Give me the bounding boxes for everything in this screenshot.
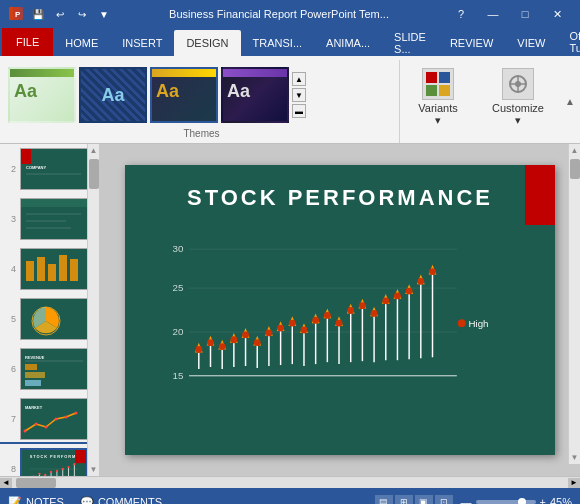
ribbon-content: Aa Aa Aa Aa ▲ ▼ ▬ [0, 56, 580, 144]
svg-point-74 [195, 346, 202, 353]
slide-title: STOCK PERFORMANCE [125, 165, 555, 211]
zoom-level: 45% [550, 496, 572, 504]
theme-scroll-more[interactable]: ▬ [292, 104, 306, 118]
svg-rect-31 [25, 364, 37, 370]
scrollbar-up[interactable]: ▲ [88, 144, 99, 157]
slide-thumb-3[interactable] [20, 198, 87, 240]
svg-rect-22 [37, 257, 45, 281]
slide-panel-scrollbar[interactable]: ▲ ▼ [87, 144, 99, 476]
customize-label: Customize [492, 102, 544, 114]
notes-button[interactable]: 📝 NOTES [8, 496, 64, 505]
slide-thumb-4[interactable] [20, 248, 87, 290]
theme-scroll: ▲ ▼ ▬ [292, 72, 306, 118]
theme-3-selected[interactable]: Aa [150, 67, 218, 123]
comments-button[interactable]: 💬 COMMENTS [80, 496, 162, 505]
save-icon[interactable]: 💾 [30, 6, 46, 22]
tab-review[interactable]: REVIEW [438, 30, 505, 56]
view-slideshow[interactable]: ⊡ [435, 495, 453, 504]
hscroll-right[interactable]: ► [568, 478, 580, 488]
svg-rect-4 [439, 72, 450, 83]
horizontal-scrollbar[interactable]: ◄ ► [0, 476, 580, 488]
slide-item-5[interactable]: 5 [0, 294, 87, 344]
view-grid[interactable]: ⊞ [395, 495, 413, 504]
undo-icon[interactable]: ↩ [52, 6, 68, 22]
slide-thumb-7[interactable]: MARKET [20, 398, 87, 440]
svg-rect-25 [70, 259, 78, 281]
svg-text:High: High [469, 318, 489, 329]
view-normal[interactable]: ▤ [375, 495, 393, 504]
svg-point-116 [359, 302, 366, 309]
notes-label: NOTES [26, 496, 64, 504]
view-buttons: ▤ ⊞ ▣ ⊡ [375, 495, 453, 504]
office-tab-area: Office Tut... 👤 [557, 28, 580, 56]
theme-2[interactable]: Aa [79, 67, 147, 123]
svg-rect-3 [426, 72, 437, 83]
theme-1[interactable]: Aa [8, 67, 76, 123]
svg-point-80 [219, 343, 226, 350]
svg-text:15: 15 [173, 370, 184, 381]
svg-point-36 [24, 430, 27, 433]
red-accent [525, 165, 555, 225]
svg-point-41 [75, 412, 78, 415]
theme-scroll-down[interactable]: ▼ [292, 88, 306, 102]
customize-button[interactable]: Customize ▾ [484, 64, 552, 131]
zoom-plus[interactable]: + [540, 496, 546, 504]
themes-row: Aa Aa Aa Aa ▲ ▼ ▬ [8, 62, 395, 128]
svg-rect-44 [75, 450, 86, 464]
zoom-slider[interactable] [476, 500, 536, 504]
canvas-scroll-up[interactable]: ▲ [569, 144, 580, 157]
themes-label: Themes [8, 128, 395, 141]
scrollbar-thumb[interactable] [89, 159, 99, 189]
hscroll-thumb[interactable] [16, 478, 56, 488]
theme-4[interactable]: Aa [221, 67, 289, 123]
canvas-scroll-thumb[interactable] [570, 159, 580, 179]
canvas-scrollbar-v[interactable]: ▲ ▼ [568, 144, 580, 464]
slide-item-4[interactable]: 4 [0, 244, 87, 294]
help-button[interactable]: ? [446, 0, 476, 28]
slide-thumb-2[interactable]: COMPANY [20, 148, 87, 190]
tab-view[interactable]: VIEW [505, 30, 557, 56]
slide-thumb-6[interactable]: REVENUE [20, 348, 87, 390]
slide-item-2[interactable]: 2 COMPANY [0, 144, 87, 194]
svg-point-57 [56, 470, 58, 472]
tab-slides[interactable]: SLIDE S... [382, 30, 438, 56]
svg-point-40 [65, 416, 68, 419]
redo-icon[interactable]: ↪ [74, 6, 90, 22]
tab-insert[interactable]: INSERT [110, 30, 174, 56]
slide-thumb-8[interactable]: STOCK PERFORMANCE [20, 448, 87, 476]
slide-thumb-5[interactable] [20, 298, 87, 340]
slide-canvas: STOCK PERFORMANCE 30 25 20 15 [125, 165, 555, 455]
notes-icon: 📝 [8, 496, 22, 505]
slide-item-8[interactable]: 8 STOCK PERFORMANCE [0, 444, 87, 476]
tab-office[interactable]: Office Tut... [557, 29, 580, 55]
zoom-minus[interactable]: — [461, 496, 472, 504]
tab-design[interactable]: DESIGN [174, 30, 240, 56]
svg-rect-12 [21, 149, 31, 164]
canvas-scroll-down[interactable]: ▼ [569, 451, 580, 464]
tab-home[interactable]: HOME [53, 30, 110, 56]
slide-list: 2 COMPANY 3 [0, 144, 87, 476]
tab-file[interactable]: FILE [2, 28, 53, 56]
svg-text:MARKET: MARKET [25, 405, 43, 410]
minimize-button[interactable]: — [478, 0, 508, 28]
slide-item-7[interactable]: 7 MARKET [0, 394, 87, 444]
hscroll-left[interactable]: ◄ [0, 478, 12, 488]
variants-button[interactable]: Variants ▾ [408, 64, 468, 131]
view-reading[interactable]: ▣ [415, 495, 433, 504]
status-left: 📝 NOTES 💬 COMMENTS [8, 496, 162, 505]
slide-panel: 2 COMPANY 3 [0, 144, 100, 476]
svg-point-128 [406, 288, 413, 295]
maximize-button[interactable]: □ [510, 0, 540, 28]
svg-rect-33 [25, 380, 41, 386]
customize-icon[interactable]: ▼ [96, 6, 112, 22]
tab-anima[interactable]: ANIMA... [314, 30, 382, 56]
customize-group: Customize ▾ [476, 60, 560, 143]
svg-point-101 [301, 327, 308, 334]
slide-item-3[interactable]: 3 [0, 194, 87, 244]
ribbon-collapse-button[interactable]: ▲ [560, 60, 580, 143]
slide-item-6[interactable]: 6 REVENUE [0, 344, 87, 394]
theme-scroll-up[interactable]: ▲ [292, 72, 306, 86]
scrollbar-down[interactable]: ▼ [88, 463, 99, 476]
close-button[interactable]: ✕ [542, 0, 572, 28]
tab-transi[interactable]: TRANSI... [241, 30, 315, 56]
